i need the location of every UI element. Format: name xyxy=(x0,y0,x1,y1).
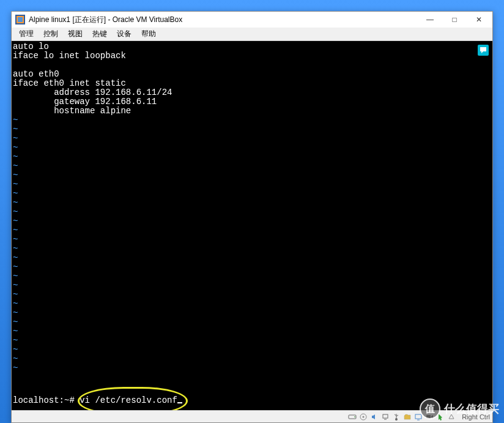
menu-manage[interactable]: 管理 xyxy=(14,28,39,40)
host-key-label: Right Ctrl xyxy=(462,413,490,421)
terminal-tilde: ~ xyxy=(13,280,18,290)
virtualbox-window: Alpine linux1 [正在运行] - Oracle VM Virtual… xyxy=(11,11,493,423)
terminal-tilde: ~ xyxy=(13,317,18,327)
status-usb-icon[interactable] xyxy=(391,412,401,422)
terminal-line: iface eth0 inet static xyxy=(13,78,126,88)
menubar: 管理 控制 视图 热键 设备 帮助 xyxy=(12,28,492,41)
terminal-tilde: ~ xyxy=(13,345,18,354)
status-keyboard-icon[interactable] xyxy=(447,412,456,422)
terminal-tilde: ~ xyxy=(13,234,18,244)
terminal-line: hostname alpine xyxy=(13,106,131,116)
vm-terminal[interactable]: auto lo iface lo inet loopback auto eth0… xyxy=(12,41,492,410)
menu-help[interactable]: 帮助 xyxy=(136,28,161,40)
status-disc-icon[interactable] xyxy=(358,412,368,422)
status-display-icon[interactable] xyxy=(413,412,423,422)
svg-rect-7 xyxy=(383,414,388,418)
terminal-tilde: ~ xyxy=(13,170,18,180)
status-network-icon[interactable] xyxy=(380,412,390,422)
terminal-tilde: ~ xyxy=(13,143,18,152)
terminal-tilde: ~ xyxy=(13,124,18,134)
terminal-prompt-line: localhost:~# vi /etc/resolv.conf xyxy=(13,396,182,405)
minimize-button[interactable]: — xyxy=(418,12,442,28)
menu-devices[interactable]: 设备 xyxy=(112,28,136,40)
titlebar[interactable]: Alpine linux1 [正在运行] - Oracle VM Virtual… xyxy=(12,12,492,28)
terminal-line: address 192.168.6.11/24 xyxy=(13,88,172,97)
terminal-tilde: ~ xyxy=(13,244,18,253)
status-audio-icon[interactable] xyxy=(369,412,379,422)
terminal-line: auto lo xyxy=(13,42,49,51)
terminal-content: auto lo iface lo inet loopback auto eth0… xyxy=(13,42,491,373)
terminal-tilde: ~ xyxy=(13,115,18,125)
terminal-prompt: localhost:~# xyxy=(13,395,80,405)
terminal-tilde: ~ xyxy=(13,179,18,189)
terminal-tilde: ~ xyxy=(13,152,18,162)
statusbar: Right Ctrl xyxy=(12,410,492,422)
terminal-tilde: ~ xyxy=(13,290,18,299)
svg-rect-13 xyxy=(415,414,421,419)
terminal-tilde: ~ xyxy=(13,299,18,309)
terminal-tilde: ~ xyxy=(13,189,18,198)
svg-point-6 xyxy=(363,416,365,417)
terminal-command: vi /etc/resolv.conf xyxy=(80,395,177,405)
status-mouse-icon[interactable] xyxy=(435,412,445,422)
svg-rect-15 xyxy=(426,415,431,419)
status-record-icon[interactable] xyxy=(424,412,434,422)
status-hdd-icon[interactable] xyxy=(347,412,357,422)
svg-rect-2 xyxy=(18,17,23,22)
window-controls: — □ ✕ xyxy=(418,12,491,28)
terminal-tilde: ~ xyxy=(13,225,18,235)
maximize-button[interactable]: □ xyxy=(442,12,467,28)
terminal-cursor xyxy=(177,402,182,403)
terminal-tilde: ~ xyxy=(13,262,18,272)
svg-point-4 xyxy=(354,416,355,417)
terminal-tilde: ~ xyxy=(13,326,18,336)
terminal-tilde: ~ xyxy=(13,354,18,364)
menu-view[interactable]: 视图 xyxy=(63,28,87,40)
terminal-line: gateway 192.168.6.11 xyxy=(13,97,157,107)
terminal-tilde: ~ xyxy=(13,133,18,143)
close-button[interactable]: ✕ xyxy=(467,12,491,28)
terminal-tilde: ~ xyxy=(13,198,18,208)
terminal-line: iface lo inet loopback xyxy=(13,51,126,61)
terminal-tilde: ~ xyxy=(13,271,18,281)
terminal-tilde: ~ xyxy=(13,363,18,373)
terminal-tilde: ~ xyxy=(13,207,18,217)
window-title: Alpine linux1 [正在运行] - Oracle VM Virtual… xyxy=(28,15,418,25)
app-icon xyxy=(15,15,25,24)
terminal-tilde: ~ xyxy=(13,216,18,226)
terminal-tilde: ~ xyxy=(13,308,18,318)
terminal-line: auto eth0 xyxy=(13,69,59,79)
terminal-tilde: ~ xyxy=(13,161,18,171)
terminal-tilde: ~ xyxy=(13,335,18,345)
status-shared-icon[interactable] xyxy=(402,412,412,422)
menu-hotkeys[interactable]: 热键 xyxy=(87,28,112,40)
terminal-tilde: ~ xyxy=(13,253,18,263)
menu-control[interactable]: 控制 xyxy=(39,28,63,40)
